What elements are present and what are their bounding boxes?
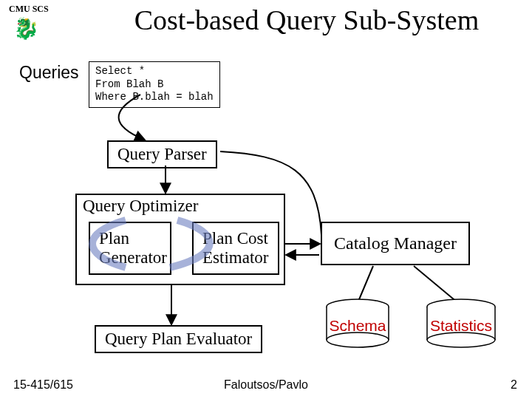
slide-title: Cost-based Query Sub-System [89, 4, 525, 36]
svg-rect-3 [327, 307, 389, 340]
svg-point-11 [427, 332, 495, 347]
queries-label: Queries [19, 63, 79, 83]
schema-label: Schema [329, 317, 386, 334]
sql-query-box: Select * From Blah B Where B.blah = blah [89, 61, 220, 108]
svg-point-7 [427, 299, 495, 314]
plan-generator-box: Plan Generator [89, 222, 171, 275]
svg-rect-8 [427, 307, 495, 340]
svg-point-2 [327, 299, 389, 314]
scotty-logo-icon: 🐉 [13, 16, 39, 41]
plan-cost-estimator-box: Plan Cost Estimator [192, 222, 279, 275]
footer-right: 2 [511, 378, 517, 392]
footer-center: Faloutsos/Pavlo [0, 378, 532, 392]
svg-line-0 [358, 266, 373, 303]
schema-cylinder-icon: Schema [327, 299, 389, 347]
svg-point-6 [327, 332, 389, 347]
query-plan-evaluator-box: Query Plan Evaluator [95, 325, 262, 353]
query-parser-box: Query Parser [107, 140, 217, 168]
catalog-manager-box: Catalog Manager [321, 222, 470, 265]
statistics-cylinder-icon: Statistics [427, 299, 495, 347]
query-optimizer-label: Query Optimizer [83, 197, 198, 216]
statistics-label: Statistics [430, 317, 492, 334]
svg-line-1 [414, 266, 458, 303]
institution-label: CMU SCS [9, 4, 49, 15]
